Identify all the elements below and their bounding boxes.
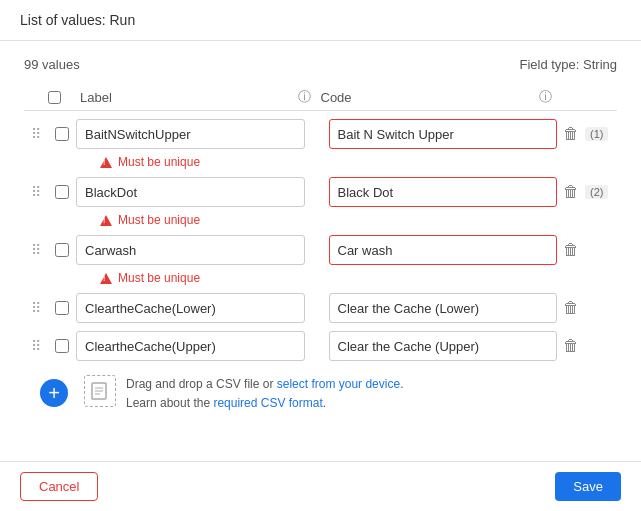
table-row: ⠿ 🗑 [24, 231, 617, 269]
error-text-2: Must be unique [118, 213, 200, 227]
row-check-4[interactable] [55, 301, 69, 315]
code-col-header: Code [317, 90, 534, 105]
label-input-3[interactable] [76, 235, 305, 265]
error-row-3: Must be unique [24, 269, 617, 289]
row-check-2[interactable] [55, 185, 69, 199]
page-title: List of values: Run [20, 12, 135, 28]
cancel-button[interactable]: Cancel [20, 472, 98, 501]
select-all-checkbox[interactable] [48, 91, 61, 104]
code-input-3[interactable] [329, 235, 558, 265]
csv-text-end: . [323, 396, 326, 410]
csv-text-middle: . [400, 377, 403, 391]
csv-format-link[interactable]: required CSV format [213, 396, 322, 410]
delete-btn-1[interactable]: 🗑 [561, 124, 581, 144]
row-check-3[interactable] [55, 243, 69, 257]
row-check-1[interactable] [55, 127, 69, 141]
table-row: ⠿ 🗑 (2) [24, 173, 617, 211]
action-btns-1: 🗑 (1) [557, 124, 617, 144]
delete-btn-3[interactable]: 🗑 [561, 240, 581, 260]
row-group-2: ⠿ 🗑 (2) Must be unique [24, 173, 617, 231]
error-text-1: Must be unique [118, 155, 200, 169]
field-type: Field type: String [519, 57, 617, 72]
header-checkbox-col [48, 91, 76, 104]
code-input-2[interactable] [329, 177, 558, 207]
row-checkbox-5 [48, 339, 76, 353]
row-group-1: ⠿ 🗑 (1) Must be unique [24, 115, 617, 173]
row-check-5[interactable] [55, 339, 69, 353]
csv-section: Drag and drop a CSV file or select from … [68, 375, 403, 413]
delete-btn-2[interactable]: 🗑 [561, 182, 581, 202]
table-row: ⠿ 🗑 [24, 327, 617, 365]
csv-text-before: Drag and drop a CSV file or [126, 377, 277, 391]
drag-handle[interactable]: ⠿ [24, 242, 48, 258]
action-btns-5: 🗑 [557, 336, 617, 356]
label-input-4[interactable] [76, 293, 305, 323]
meta-row: 99 values Field type: String [24, 57, 617, 72]
drag-handle[interactable]: ⠿ [24, 126, 48, 142]
action-btns-2: 🗑 (2) [557, 182, 617, 202]
bottom-section: + Drag and drop a CSV file or select fro… [24, 371, 617, 415]
row-group-3: ⠿ 🗑 Must be unique [24, 231, 617, 289]
values-count: 99 values [24, 57, 80, 72]
main-content: 99 values Field type: String Label ⓘ Cod… [0, 41, 641, 431]
footer: Cancel Save [0, 461, 641, 511]
error-text-3: Must be unique [118, 271, 200, 285]
code-info-icon[interactable]: ⓘ [533, 88, 557, 106]
row-checkbox-2 [48, 185, 76, 199]
drag-handle[interactable]: ⠿ [24, 300, 48, 316]
warning-icon-1 [100, 157, 112, 168]
badge-2: (2) [585, 185, 608, 199]
csv-text: Drag and drop a CSV file or select from … [126, 375, 403, 413]
save-button[interactable]: Save [555, 472, 621, 501]
drag-handle[interactable]: ⠿ [24, 338, 48, 354]
label-info-icon[interactable]: ⓘ [293, 88, 317, 106]
label-col-header: Label [76, 90, 293, 105]
code-input-1[interactable] [329, 119, 558, 149]
warning-icon-3 [100, 273, 112, 284]
table-header: Label ⓘ Code ⓘ [24, 84, 617, 111]
add-row-button[interactable]: + [40, 379, 68, 407]
row-checkbox-3 [48, 243, 76, 257]
csv-learn-text: Learn about the [126, 396, 213, 410]
csv-select-link[interactable]: select from your device [277, 377, 400, 391]
warning-icon-2 [100, 215, 112, 226]
drag-handle[interactable]: ⠿ [24, 184, 48, 200]
action-btns-3: 🗑 [557, 240, 617, 260]
table-row: ⠿ 🗑 [24, 289, 617, 327]
label-input-2[interactable] [76, 177, 305, 207]
label-input-1[interactable] [76, 119, 305, 149]
delete-btn-4[interactable]: 🗑 [561, 298, 581, 318]
rows-container: ⠿ 🗑 (1) Must be unique ⠿ [24, 115, 617, 365]
row-checkbox-1 [48, 127, 76, 141]
error-row-1: Must be unique [24, 153, 617, 173]
csv-icon [84, 375, 116, 407]
label-input-5[interactable] [76, 331, 305, 361]
delete-btn-5[interactable]: 🗑 [561, 336, 581, 356]
row-checkbox-4 [48, 301, 76, 315]
row-group-5: ⠿ 🗑 [24, 327, 617, 365]
error-row-2: Must be unique [24, 211, 617, 231]
badge-1: (1) [585, 127, 608, 141]
code-input-5[interactable] [329, 331, 558, 361]
row-group-4: ⠿ 🗑 [24, 289, 617, 327]
action-btns-4: 🗑 [557, 298, 617, 318]
code-input-4[interactable] [329, 293, 558, 323]
table-row: ⠿ 🗑 (1) [24, 115, 617, 153]
page-header: List of values: Run [0, 0, 641, 41]
